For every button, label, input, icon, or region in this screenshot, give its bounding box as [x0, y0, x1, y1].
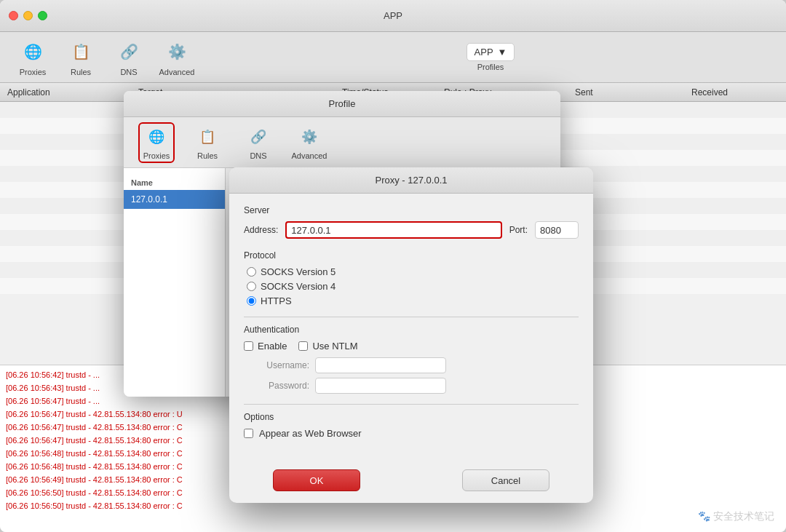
protocol-section: Protocol SOCKS Version 5 SOCKS Version 4… — [244, 250, 579, 306]
dropdown-arrow-icon: ▼ — [498, 47, 507, 57]
https-label[interactable]: HTTPS — [261, 295, 292, 306]
auth-check-row: Enable Use NTLM — [244, 341, 579, 352]
username-input[interactable] — [315, 357, 446, 373]
proxies-icon: 🌐 — [20, 39, 46, 65]
toolbar-item-proxies[interactable]: 🌐 Proxies — [15, 39, 51, 76]
socks5-radio[interactable] — [247, 267, 256, 277]
options-section-label: Options — [244, 412, 579, 422]
toolbar-item-advanced[interactable]: ⚙️ Advanced — [159, 39, 195, 76]
auth-section-label: Authentication — [244, 325, 579, 335]
username-row: Username: — [244, 357, 579, 373]
divider2 — [244, 404, 579, 405]
appear-web-row: Appear as Web Browser — [244, 428, 579, 439]
dns-label: DNS — [120, 68, 137, 76]
profile-proxies-icon: 🌐 — [145, 125, 168, 148]
profile-toolbar: 🌐 Proxies 📋 Rules 🔗 DNS ⚙️ Advanced — [124, 117, 560, 168]
close-button[interactable] — [9, 11, 18, 20]
advanced-label: Advanced — [159, 68, 195, 76]
title-bar: APP — [0, 0, 786, 32]
options-section: Options Appear as Web Browser — [244, 412, 579, 439]
profile-toolbar-rules[interactable]: 📋 Rules — [189, 125, 226, 160]
main-toolbar: 🌐 Proxies 📋 Rules 🔗 DNS ⚙️ Advanced APP … — [0, 32, 786, 83]
protocol-section-label: Protocol — [244, 250, 579, 261]
address-input[interactable] — [285, 221, 501, 239]
profile-advanced-label: Advanced — [292, 151, 328, 160]
proxy-dialog-title: Proxy - 127.0.0.1 — [229, 167, 593, 194]
maximize-button[interactable] — [38, 11, 47, 20]
profile-toolbar-dns[interactable]: 🔗 DNS — [240, 125, 277, 160]
toolbar-icon-group: 🌐 Proxies 📋 Rules 🔗 DNS ⚙️ Advanced — [15, 39, 195, 76]
divider — [244, 317, 579, 317]
main-window: APP 🌐 Proxies 📋 Rules 🔗 DNS ⚙️ Advanced — [0, 0, 786, 532]
enable-row: Enable — [244, 341, 287, 352]
ntlm-row: Use NTLM — [298, 341, 357, 352]
proxies-label: Proxies — [20, 68, 47, 76]
proxy-body: Server Address: Port: Protocol SOCKS Ver… — [229, 194, 593, 461]
col-application: Application — [7, 87, 138, 98]
col-received: Received — [691, 87, 779, 98]
ok-button[interactable]: OK — [273, 469, 360, 491]
minimize-button[interactable] — [23, 11, 33, 20]
watermark: 🐾 安全技术笔记 — [698, 510, 774, 523]
dns-icon: 🔗 — [116, 39, 142, 65]
https-radio[interactable] — [247, 296, 256, 306]
socks4-label[interactable]: SOCKS Version 4 — [261, 281, 336, 292]
enable-checkbox[interactable] — [244, 341, 253, 351]
window-controls — [9, 11, 47, 20]
socks4-row: SOCKS Version 4 — [247, 281, 579, 292]
port-input[interactable] — [535, 221, 579, 239]
profile-toolbar-proxies[interactable]: 🌐 Proxies — [138, 122, 175, 163]
profile-proxies-label: Proxies — [143, 151, 170, 160]
toolbar-item-dns[interactable]: 🔗 DNS — [111, 39, 147, 76]
password-row: Password: — [244, 378, 579, 394]
https-row: HTTPS — [247, 295, 579, 306]
server-row: Address: Port: — [244, 221, 579, 239]
socks5-label[interactable]: SOCKS Version 5 — [261, 266, 336, 277]
ntlm-checkbox[interactable] — [298, 341, 308, 351]
window-title: APP — [384, 10, 402, 21]
username-label: Username: — [258, 360, 309, 370]
ntlm-label[interactable]: Use NTLM — [312, 341, 357, 352]
socks4-radio[interactable] — [247, 282, 256, 291]
toolbar-item-rules[interactable]: 📋 Rules — [63, 39, 99, 76]
advanced-icon: ⚙️ — [164, 39, 190, 65]
rules-icon: 📋 — [68, 39, 94, 65]
cancel-button[interactable]: Cancel — [462, 469, 549, 491]
profile-dropdown-value: APP — [475, 47, 493, 57]
rules-label: Rules — [71, 68, 91, 76]
profile-dns-icon: 🔗 — [247, 125, 270, 148]
auth-section: Authentication Enable Use NTLM Username: — [244, 325, 579, 394]
address-label: Address: — [244, 225, 278, 235]
socks5-row: SOCKS Version 5 — [247, 266, 579, 277]
profile-toolbar-advanced[interactable]: ⚙️ Advanced — [291, 125, 328, 160]
profile-advanced-icon: ⚙️ — [298, 125, 321, 148]
profile-dns-label: DNS — [250, 151, 266, 160]
password-label: Password: — [258, 381, 309, 391]
port-label: Port: — [509, 225, 528, 235]
password-input[interactable] — [315, 378, 446, 394]
profile-rules-label: Rules — [197, 151, 218, 160]
appear-web-checkbox[interactable] — [244, 429, 253, 438]
enable-label[interactable]: Enable — [258, 341, 287, 352]
profiles-label: Profiles — [477, 63, 504, 71]
profile-list: Name 127.0.0.1 — [124, 168, 226, 397]
server-section-label: Server — [244, 205, 579, 215]
protocol-radio-group: SOCKS Version 5 SOCKS Version 4 HTTPS — [244, 266, 579, 306]
profile-rules-icon: 📋 — [196, 125, 219, 148]
appear-web-label[interactable]: Appear as Web Browser — [259, 428, 362, 439]
profile-dropdown[interactable]: APP ▼ — [467, 43, 515, 61]
profile-list-item[interactable]: 127.0.0.1 — [124, 190, 225, 209]
profile-list-header: Name — [124, 175, 225, 190]
profile-dialog-title: Profile — [124, 91, 560, 117]
col-sent: Sent — [575, 87, 691, 98]
dialog-buttons: OK Cancel — [229, 461, 593, 503]
proxy-dialog: Proxy - 127.0.0.1 Server Address: Port: … — [229, 167, 593, 503]
